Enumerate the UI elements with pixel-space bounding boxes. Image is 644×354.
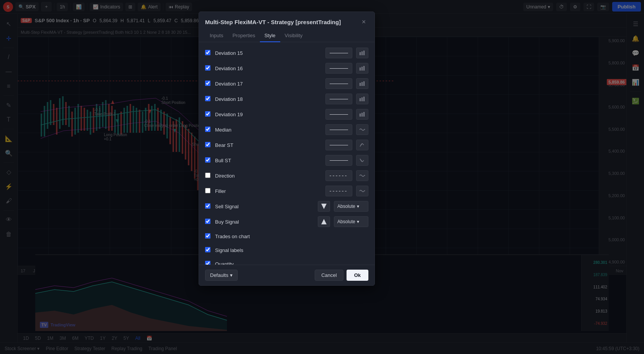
line-inner-dev18	[330, 99, 348, 99]
tab-inputs[interactable]: Inputs	[205, 30, 228, 42]
ok-button[interactable]: Ok	[347, 270, 368, 281]
style-icon-bear-st[interactable]	[356, 140, 368, 150]
row-filler: Filler	[199, 183, 375, 199]
tab-visibility[interactable]: Visibility	[280, 30, 307, 42]
sell-signal-value: Absolute	[337, 204, 355, 209]
style-icon-filler[interactable]	[356, 186, 368, 196]
modal-overlay: Multi-Step FlexiMA-VT - Strategy [presen…	[0, 0, 644, 354]
line-preview-direction[interactable]	[325, 170, 352, 181]
label-dev17: Deviation 17	[215, 81, 322, 87]
checkbox-dev18[interactable]	[205, 96, 210, 101]
svg-rect-72	[363, 97, 365, 101]
line-preview-dev15[interactable]	[325, 48, 352, 58]
line-preview-dev16[interactable]	[325, 63, 352, 74]
wavy-icon-median	[359, 127, 365, 132]
modal-close-button[interactable]: ×	[359, 17, 368, 26]
label-trades-on-chart: Trades on chart	[215, 234, 368, 239]
buy-signal-dropdown[interactable]: Absolute ▾	[334, 216, 368, 227]
line-preview-dev17[interactable]	[325, 78, 352, 89]
svg-rect-62	[361, 51, 363, 55]
line-preview-dev18[interactable]	[325, 94, 352, 104]
label-sell-signal: Sell Signal	[215, 204, 314, 209]
checkbox-buy-signal-wrapper[interactable]	[205, 219, 211, 225]
svg-rect-64	[360, 68, 361, 71]
line-preview-bear-st[interactable]	[325, 140, 352, 150]
style-icon-median[interactable]	[356, 124, 368, 135]
defaults-chevron: ▾	[230, 272, 233, 278]
row-dev15: Deviation 15	[199, 45, 375, 61]
checkbox-sell-signal-wrapper[interactable]	[205, 203, 211, 209]
footer-actions: Cancel Ok	[315, 270, 368, 281]
svg-rect-63	[363, 51, 365, 55]
modal-footer: Defaults ▾ Cancel Ok	[199, 265, 375, 285]
style-icon-direction[interactable]	[356, 170, 368, 181]
checkbox-direction-wrapper[interactable]	[205, 173, 211, 179]
checkbox-dev15-wrapper[interactable]	[205, 50, 211, 56]
checkbox-dev19-wrapper[interactable]	[205, 111, 211, 117]
row-buy-signal: Buy Signal Absolute ▾	[199, 214, 375, 229]
label-buy-signal: Buy Signal	[215, 219, 314, 225]
checkbox-buy-signal[interactable]	[205, 219, 210, 224]
line-inner-median	[330, 130, 348, 130]
wavy-icon-direction	[359, 173, 365, 178]
checkbox-bear-st[interactable]	[205, 142, 210, 147]
row-bear-st: Bear ST	[199, 137, 375, 153]
row-dev19: Deviation 19	[199, 107, 375, 122]
checkbox-median[interactable]	[205, 127, 210, 132]
checkbox-bear-st-wrapper[interactable]	[205, 142, 211, 148]
checkbox-quantity[interactable]	[205, 261, 210, 265]
line-inner-dev19	[330, 114, 348, 115]
cancel-button[interactable]: Cancel	[315, 270, 343, 281]
line-inner-dev17	[330, 84, 348, 84]
style-icon-dev15[interactable]	[356, 48, 368, 58]
label-bull-st: Bull ST	[215, 158, 322, 163]
checkbox-dev16[interactable]	[205, 65, 210, 71]
sell-signal-dropdown[interactable]: Absolute ▾	[334, 201, 368, 212]
tab-style[interactable]: Style	[260, 30, 280, 42]
checkbox-dev18-wrapper[interactable]	[205, 96, 211, 102]
checkbox-trades[interactable]	[205, 233, 210, 239]
checkbox-sell-signal[interactable]	[205, 203, 210, 209]
line-inner-filler	[330, 191, 348, 191]
row-bull-st: Bull ST	[199, 153, 375, 168]
line-inner-bear-st	[330, 145, 348, 145]
style-icon-dev18[interactable]	[356, 94, 368, 104]
style-icon-bull-st[interactable]	[356, 155, 368, 166]
label-signal-labels: Signal labels	[215, 247, 368, 253]
line-preview-filler[interactable]	[325, 186, 352, 196]
label-median: Median	[215, 127, 322, 133]
buy-signal-shape-btn[interactable]	[318, 216, 330, 227]
svg-rect-66	[363, 66, 365, 71]
style-icon-dev17[interactable]	[356, 78, 368, 89]
checkbox-bull-st[interactable]	[205, 157, 210, 163]
style-icon-dev16[interactable]	[356, 63, 368, 74]
checkbox-dev15[interactable]	[205, 50, 210, 55]
sell-signal-shape-btn[interactable]	[318, 201, 330, 212]
checkbox-median-wrapper[interactable]	[205, 127, 211, 133]
line-preview-bull-st[interactable]	[325, 155, 352, 166]
checkbox-signal-labels-wrapper[interactable]	[205, 247, 211, 253]
checkbox-dev17-wrapper[interactable]	[205, 81, 211, 87]
style-icon-dev19[interactable]	[356, 109, 368, 120]
line-inner-direction	[330, 176, 348, 176]
row-signal-labels: Signal labels	[199, 243, 375, 257]
checkbox-dev19[interactable]	[205, 111, 210, 117]
checkbox-filler[interactable]	[205, 188, 210, 193]
checkbox-filler-wrapper[interactable]	[205, 188, 211, 194]
checkbox-bull-st-wrapper[interactable]	[205, 157, 211, 163]
label-dev18: Deviation 18	[215, 96, 322, 102]
checkbox-dev17[interactable]	[205, 81, 210, 86]
tab-properties[interactable]: Properties	[228, 30, 260, 42]
checkbox-quantity-wrapper[interactable]	[205, 261, 211, 265]
checkbox-dev16-wrapper[interactable]	[205, 65, 211, 71]
checkbox-direction[interactable]	[205, 173, 210, 178]
defaults-button[interactable]: Defaults ▾	[205, 270, 238, 281]
bar-chart-icon-dev19	[359, 112, 365, 117]
bar-chart-icon-dev18	[359, 97, 365, 101]
svg-rect-67	[360, 83, 361, 86]
line-preview-median[interactable]	[325, 124, 352, 135]
checkbox-trades-wrapper[interactable]	[205, 233, 211, 239]
modal-tabs: Inputs Properties Style Visibility	[199, 26, 375, 42]
line-preview-dev19[interactable]	[325, 109, 352, 120]
checkbox-signal-labels[interactable]	[205, 247, 210, 252]
